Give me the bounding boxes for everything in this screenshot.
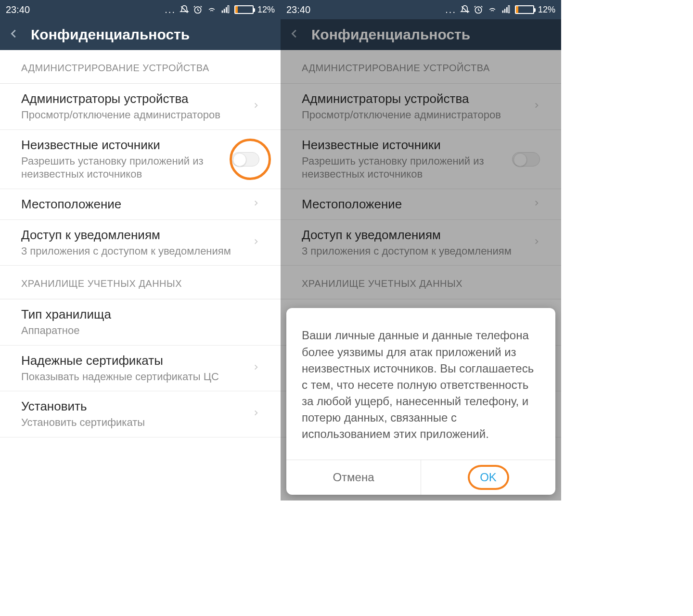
row-device-admins[interactable]: Администраторы устройства Просмотр/отклю… xyxy=(0,84,281,130)
battery-percent: 12% xyxy=(538,5,555,15)
wifi-icon xyxy=(487,5,498,14)
battery-percent: 12% xyxy=(257,5,275,15)
row-title: Установить xyxy=(21,399,247,414)
row-storage-type[interactable]: Тип хранилища Аппаратное xyxy=(0,299,281,346)
svg-rect-9 xyxy=(508,6,510,13)
cancel-label: Отмена xyxy=(333,471,374,484)
chevron-right-icon xyxy=(253,100,259,113)
dnd-icon xyxy=(180,5,189,14)
row-sub: Установить сертификаты xyxy=(21,416,247,429)
page-title: Конфиденциальность xyxy=(31,26,190,43)
row-sub: Просмотр/отключение администраторов xyxy=(21,108,247,122)
svg-rect-6 xyxy=(502,11,504,13)
row-sub: 3 приложения с доступом к уведомлениям xyxy=(21,244,247,258)
app-header: Конфиденциальность xyxy=(0,19,281,50)
dialog-actions: Отмена OK xyxy=(286,460,555,495)
row-sub: Показывать надежные сертификаты ЦС xyxy=(21,370,247,384)
row-title: Неизвестные источники xyxy=(21,138,226,153)
back-icon[interactable] xyxy=(9,28,19,41)
row-title: Тип хранилища xyxy=(21,307,259,322)
row-title: Доступ к уведомлениям xyxy=(21,228,247,243)
svg-rect-1 xyxy=(222,11,223,13)
more-icon: ... xyxy=(165,4,176,15)
row-sub: Разрешить установку приложений из неизве… xyxy=(21,154,226,181)
cancel-button[interactable]: Отмена xyxy=(286,460,421,495)
battery-icon xyxy=(234,5,254,14)
section-header-storage: ХРАНИЛИЩЕ УЧЕТНЫХ ДАННЫХ xyxy=(0,266,281,299)
row-title: Местоположение xyxy=(21,197,247,212)
row-unknown-sources[interactable]: Неизвестные источники Разрешить установк… xyxy=(0,130,281,189)
svg-rect-3 xyxy=(226,7,227,13)
row-notif-access[interactable]: Доступ к уведомлениям 3 приложения с дос… xyxy=(0,220,281,266)
row-location[interactable]: Местоположение xyxy=(0,189,281,220)
svg-rect-2 xyxy=(224,9,225,13)
signal-icon xyxy=(501,5,511,14)
row-trusted-certs[interactable]: Надежные сертификаты Показывать надежные… xyxy=(0,346,281,392)
confirm-dialog: Ваши личные данные и данные телефона бол… xyxy=(286,308,555,495)
ok-label: OK xyxy=(480,471,497,484)
chevron-right-icon xyxy=(253,236,259,249)
status-bar: 23:40 ... 12% xyxy=(0,0,281,19)
alarm-icon xyxy=(474,5,483,14)
dnd-icon xyxy=(460,5,470,14)
alarm-icon xyxy=(193,5,203,14)
row-install-certs[interactable]: Установить Установить сертификаты xyxy=(0,391,281,437)
status-time: 23:40 xyxy=(6,4,30,15)
more-icon: ... xyxy=(445,4,456,15)
ok-button[interactable]: OK xyxy=(421,460,555,495)
chevron-right-icon xyxy=(253,197,259,211)
dialog-body: Ваши личные данные и данные телефона бол… xyxy=(286,308,555,460)
row-title: Администраторы устройства xyxy=(21,91,247,106)
wifi-icon xyxy=(206,5,217,14)
row-sub: Аппаратное xyxy=(21,324,259,337)
settings-content: АДМИНИСТРИРОВАНИЕ УСТРОЙСТВА Администрат… xyxy=(0,50,281,500)
section-header-admin: АДМИНИСТРИРОВАНИЕ УСТРОЙСТВА xyxy=(0,50,281,84)
chevron-right-icon xyxy=(253,407,259,421)
svg-rect-4 xyxy=(228,6,229,13)
battery-icon xyxy=(515,5,534,14)
chevron-right-icon xyxy=(253,361,259,375)
svg-rect-7 xyxy=(504,9,506,13)
status-time: 23:40 xyxy=(286,4,310,15)
row-title: Надежные сертификаты xyxy=(21,353,247,368)
status-bar: 23:40 ... 12% xyxy=(281,0,561,19)
phone-left: 23:40 ... 12% Конфиденциальность АД xyxy=(0,0,281,500)
unknown-sources-toggle[interactable] xyxy=(231,152,259,167)
signal-icon xyxy=(221,5,231,14)
phone-right: 23:40 ... 12% Конфиденциальность АД xyxy=(281,0,561,500)
svg-rect-8 xyxy=(506,7,508,13)
